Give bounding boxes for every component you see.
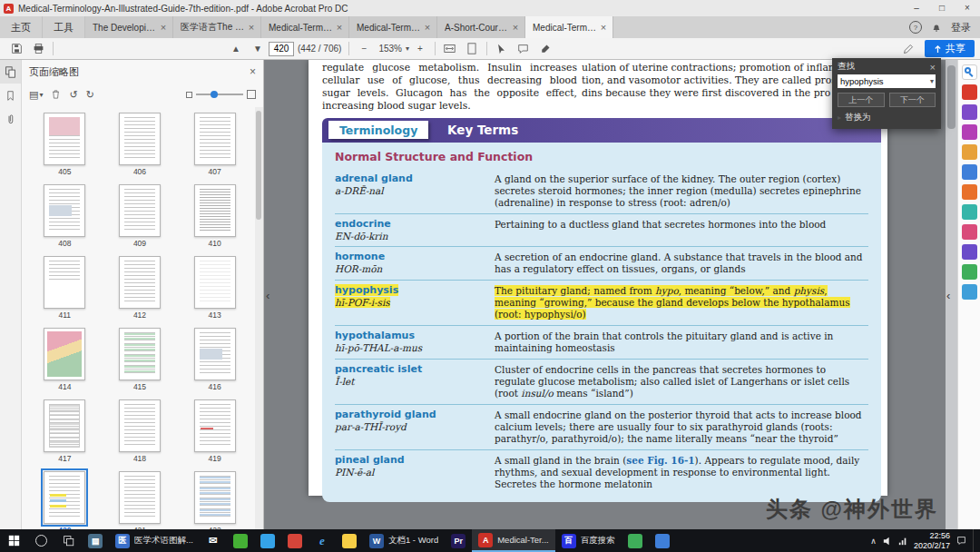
edit-pdf-tool-icon[interactable]: [962, 104, 977, 120]
page-thumbnail[interactable]: 412: [103, 256, 178, 320]
slider-track[interactable]: [196, 94, 243, 95]
taskbar-app-app-green[interactable]: [622, 529, 649, 552]
page-thumbnail[interactable]: 409: [103, 184, 178, 248]
tab-close-icon[interactable]: ×: [598, 22, 609, 33]
show-desktop-button[interactable]: [973, 529, 977, 552]
rotate-right-icon[interactable]: ↻: [86, 89, 94, 101]
panel-scrollbar[interactable]: [255, 107, 263, 529]
page-thumbnails-icon[interactable]: [0, 60, 21, 84]
bookmarks-icon[interactable]: [0, 84, 21, 107]
thumbnail-options-icon[interactable]: ▤▾: [29, 89, 43, 101]
delete-page-icon[interactable]: [51, 89, 61, 100]
comment-tool-icon[interactable]: [962, 144, 977, 160]
taskbar-app-wechat[interactable]: [227, 529, 254, 552]
fill-sign-pen-icon[interactable]: [897, 40, 919, 58]
page-thumbnail[interactable]: 419: [177, 399, 252, 463]
page-thumbnail[interactable]: 422: [177, 471, 252, 535]
replace-with-label[interactable]: 替换为: [845, 112, 871, 123]
replace-expand-icon[interactable]: ▸: [838, 113, 841, 122]
export-pdf-tool-icon[interactable]: [962, 124, 977, 140]
home-tab[interactable]: 主页: [0, 16, 43, 38]
thumbnail-size-slider[interactable]: [186, 90, 256, 99]
maximize-button[interactable]: □: [929, 0, 955, 16]
taskbar-app-app-blue[interactable]: [649, 529, 676, 552]
attachments-paperclip-icon[interactable]: [0, 107, 21, 131]
action-center-icon[interactable]: [956, 536, 966, 546]
find-previous-button[interactable]: 上一个: [838, 93, 885, 107]
slider-handle[interactable]: [211, 91, 218, 98]
organize-pages-tool-icon[interactable]: [962, 184, 977, 200]
select-tool-icon[interactable]: [491, 40, 513, 58]
page-thumbnail[interactable]: 420: [27, 471, 103, 535]
tab-close-icon[interactable]: ×: [158, 22, 169, 33]
highlight-tool-button[interactable]: [534, 40, 556, 58]
tab-close-icon[interactable]: ×: [510, 22, 521, 33]
save-button[interactable]: [5, 40, 27, 58]
taskbar-app-mail[interactable]: ✉: [200, 529, 227, 552]
page-number-input[interactable]: [269, 42, 294, 56]
taskbar-app-netease[interactable]: [281, 529, 309, 552]
taskbar-app-qq[interactable]: [254, 529, 281, 552]
find-options-dropdown-icon[interactable]: ▾: [930, 77, 934, 85]
taskbar-app-premiere[interactable]: Pr: [445, 529, 472, 552]
previous-page-button[interactable]: ▲: [225, 40, 247, 58]
document-tab[interactable]: Medical-Terminolo...×: [261, 16, 349, 38]
start-button[interactable]: [0, 529, 27, 552]
page-thumbnail[interactable]: 415: [103, 328, 178, 391]
tray-expand-icon[interactable]: ∧: [870, 537, 877, 546]
tools-tab[interactable]: 工具: [43, 16, 85, 38]
volume-icon[interactable]: [883, 537, 892, 546]
taskbar-app-baidu[interactable]: 百百度搜索: [555, 529, 622, 552]
page-thumbnail[interactable]: 411: [27, 256, 103, 320]
tab-close-icon[interactable]: ×: [334, 22, 345, 33]
page-thumbnail[interactable]: 410: [177, 184, 252, 248]
share-button[interactable]: 共享: [925, 40, 975, 57]
document-scrollbar-thumb[interactable]: [947, 65, 956, 129]
document-tab[interactable]: Medical-Terminolo...×: [525, 16, 613, 38]
document-tab[interactable]: Medical-Terminolo...×: [349, 16, 437, 38]
document-tab[interactable]: The Developing Hu...×: [85, 16, 173, 38]
find-close-icon[interactable]: ×: [930, 62, 936, 73]
taskbar-app-notepad[interactable]: ▤: [82, 529, 109, 552]
fit-width-button[interactable]: [439, 40, 461, 58]
panel-scrollbar-thumb[interactable]: [256, 111, 261, 220]
fit-page-button[interactable]: [461, 40, 483, 58]
find-search-input[interactable]: [838, 76, 930, 86]
zoom-level-label[interactable]: 153%: [378, 44, 402, 54]
taskbar-app-word[interactable]: W文档1 - Word: [363, 529, 445, 552]
page-thumbnail[interactable]: 406: [103, 113, 178, 176]
taskbar-app-ie[interactable]: e: [309, 529, 336, 552]
page-thumbnail[interactable]: 418: [103, 399, 178, 463]
next-page-button[interactable]: ▼: [247, 40, 269, 58]
open-right-panel-icon[interactable]: ‹: [946, 289, 950, 302]
taskbar-clock[interactable]: 22:56 2020/2/17: [914, 531, 950, 550]
create-pdf-tool-icon[interactable]: [962, 84, 977, 100]
zoom-in-button[interactable]: +: [409, 40, 431, 58]
figure-link[interactable]: see Fig. 16-1: [626, 455, 694, 466]
page-thumbnail[interactable]: 421: [103, 471, 178, 535]
sign-in-link[interactable]: 登录: [951, 21, 971, 34]
taskbar-app-file-explorer[interactable]: [336, 529, 363, 552]
document-tab[interactable]: 医学语言The Langu...×: [173, 16, 261, 38]
document-scrollbar[interactable]: ‹: [946, 60, 957, 529]
protect-tool-icon[interactable]: [962, 224, 977, 240]
notifications-bell-icon[interactable]: [931, 22, 942, 33]
network-icon[interactable]: [898, 537, 907, 546]
collapse-left-panel-icon[interactable]: ‹: [266, 289, 270, 302]
task-view-button[interactable]: [54, 529, 82, 552]
page-thumbnail[interactable]: 414: [27, 328, 103, 391]
help-icon[interactable]: ?: [909, 21, 922, 34]
taskbar-app-medical-terms-doc[interactable]: 医医学术语图解...: [109, 529, 200, 552]
rotate-left-icon[interactable]: ↺: [69, 89, 77, 101]
document-tab[interactable]: A-Short-Course-in...×: [437, 16, 525, 38]
tab-close-icon[interactable]: ×: [246, 22, 257, 33]
prepare-form-tool-icon[interactable]: [962, 264, 977, 280]
fill-sign-tool-icon[interactable]: [962, 244, 977, 260]
print-button[interactable]: [27, 40, 49, 58]
tab-close-icon[interactable]: ×: [422, 22, 433, 33]
find-tool-icon[interactable]: [962, 64, 977, 80]
zoom-out-button[interactable]: −: [353, 40, 375, 58]
close-button[interactable]: ×: [955, 0, 980, 16]
page-thumbnail[interactable]: 416: [177, 328, 252, 391]
page-thumbnail[interactable]: 413: [177, 256, 252, 320]
